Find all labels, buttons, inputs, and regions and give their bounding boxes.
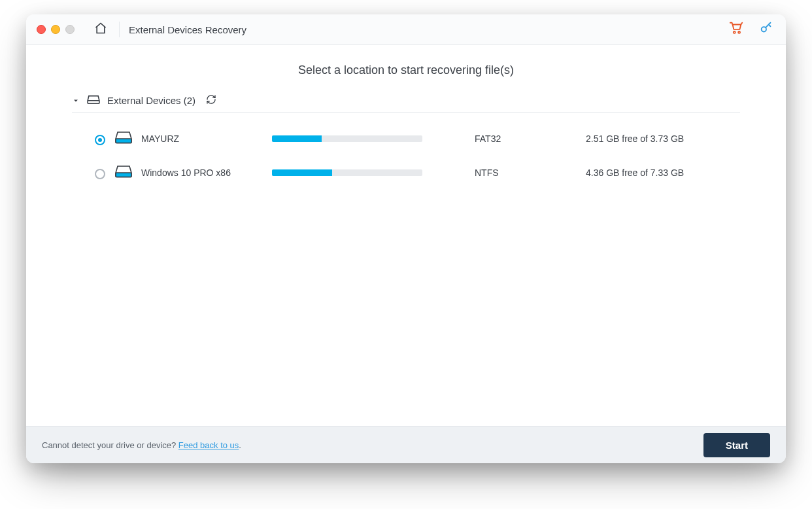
drive-group-icon [86, 94, 101, 107]
filesystem-type: NTFS [475, 167, 586, 178]
device-radio[interactable] [92, 167, 107, 179]
usage-bar [272, 169, 422, 176]
group-divider [72, 112, 740, 113]
footer-text: Cannot detect your drive or device? Feed… [42, 440, 241, 450]
chevron-down-icon [72, 97, 80, 105]
device-group-label: External Devices (2) [107, 95, 195, 106]
usage-bar [272, 135, 422, 142]
svg-rect-6 [116, 173, 131, 177]
feedback-link[interactable]: Feed back to us [178, 440, 239, 450]
refresh-icon [206, 94, 216, 107]
detect-period: . [239, 440, 241, 450]
device-row[interactable]: Windows 10 PRO x86 NTFS 4.36 GB free of … [72, 156, 740, 190]
key-icon [759, 21, 773, 38]
device-list: MAYURZ FAT32 2.51 GB free of 3.73 GB Win… [72, 122, 740, 190]
device-group-header[interactable]: External Devices (2) [72, 92, 740, 112]
filesystem-type: FAT32 [475, 133, 586, 144]
app-window: External Devices Recovery [26, 14, 786, 463]
start-button[interactable]: Start [703, 433, 770, 457]
detect-question: Cannot detect your drive or device? [42, 440, 178, 450]
page-title: External Devices Recovery [129, 24, 246, 35]
prompt-text: Select a location to start recovering fi… [72, 63, 740, 77]
device-name: MAYURZ [141, 133, 272, 144]
svg-point-0 [734, 31, 736, 33]
svg-rect-4 [116, 139, 131, 143]
activate-button[interactable] [757, 20, 775, 39]
cart-icon [729, 21, 743, 38]
refresh-button[interactable] [206, 94, 216, 107]
cart-button[interactable] [727, 20, 745, 39]
device-row[interactable]: MAYURZ FAT32 2.51 GB free of 3.73 GB [72, 122, 740, 156]
home-icon [94, 22, 107, 37]
footer-bar: Cannot detect your drive or device? Feed… [26, 426, 786, 463]
close-window-button[interactable] [37, 25, 46, 34]
minimize-window-button[interactable] [51, 25, 60, 34]
home-button[interactable] [86, 20, 115, 39]
main-content: Select a location to start recovering fi… [26, 45, 786, 426]
window-controls [37, 25, 75, 34]
drive-icon [115, 165, 132, 181]
free-space-text: 2.51 GB free of 3.73 GB [586, 133, 740, 144]
device-name: Windows 10 PRO x86 [141, 167, 272, 178]
maximize-window-button[interactable] [65, 25, 75, 34]
titlebar-divider [119, 22, 120, 37]
drive-icon [115, 131, 132, 147]
titlebar: External Devices Recovery [26, 14, 786, 45]
device-radio[interactable] [92, 133, 107, 145]
free-space-text: 4.36 GB free of 7.33 GB [586, 167, 740, 178]
svg-point-1 [738, 31, 740, 33]
